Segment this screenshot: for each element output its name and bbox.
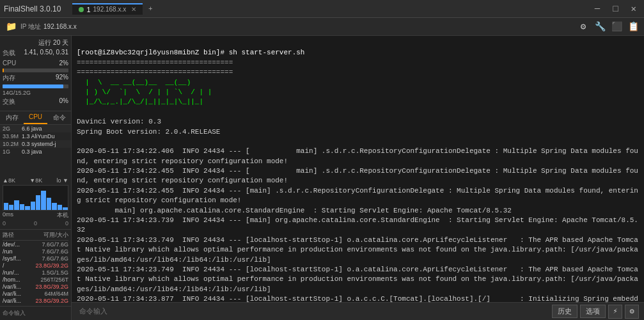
sidebar-tab-cpu[interactable]: CPU — [24, 111, 47, 124]
bar-4 — [20, 204, 24, 211]
separator-2: ===================================== — [77, 68, 233, 76]
fs-path-6: /hom... — [3, 276, 24, 283]
toolbar: 📁 IP 地址 192.168.x.x ⚙ 🔧 ⬛ 📋 — [0, 18, 644, 36]
minimize-button[interactable]: ─ — [591, 3, 604, 15]
command-input-area: 命令输入 — [0, 306, 71, 320]
bar-3 — [14, 200, 19, 210]
toolbar-icon-1[interactable]: ⚙ — [576, 20, 590, 34]
log-6: 2020-05-11 17:34:23.749 INFO 24434 --- [… — [77, 236, 638, 264]
fs-path-2: /run — [3, 248, 24, 255]
fs-path-7: /var/li... — [3, 284, 24, 290]
folder-icon[interactable]: 📁 — [4, 20, 18, 34]
fs-col-size: 可用/大小 — [24, 231, 68, 239]
chart-label-up: ▲8K — [3, 177, 15, 184]
load-row: 负载 1.41, 0.50, 0.31 — [3, 49, 68, 58]
log-1: 2020-05-11 17:34:22.406 INFO 24434 --- [… — [77, 147, 638, 164]
chart-bars — [3, 185, 68, 211]
chart-labels: ▲8K ▼8K lo ▼ — [3, 177, 68, 184]
bar-2 — [9, 205, 13, 210]
log-2: 2020-05-11 17:34:22.455 INFO 24434 --- [… — [77, 167, 638, 184]
swap-label: 交换 — [3, 97, 15, 106]
mem-label: 内存 — [3, 74, 15, 83]
main-layout: 运行 20 天 负载 1.41, 0.50, 0.31 CPU 2% 内存 92… — [0, 36, 644, 320]
proc-mem-3: 10.2M — [3, 141, 22, 147]
fs-row-7: /var/li... 23.8G/39.2G — [3, 284, 68, 290]
system-stats: 运行 20 天 负载 1.41, 0.50, 0.31 CPU 2% 内存 92… — [0, 36, 71, 111]
swap-row: 交换 0% — [3, 97, 68, 107]
titlebar-tabs: 1 192.168.x.x ✕ + — [72, 2, 157, 16]
chart-bottom-labels: 0ms 本机 — [3, 211, 68, 220]
mem-detail: 14G/15.2G — [3, 90, 31, 96]
fs-size-2: 7.6G/7.6G — [24, 248, 68, 255]
sidebar-tab-memory[interactable]: 内存 — [0, 111, 24, 124]
fs-col-path: 路径 — [3, 231, 24, 239]
fs-row-2: /run 7.6G/7.6G — [3, 248, 68, 255]
fs-size-8: 64M/64M — [24, 291, 68, 297]
log-3: 2020-05-11 17:34:22.455 INFO 24434 --- [… — [77, 187, 638, 204]
bar-11 — [58, 205, 62, 210]
fs-path-5: /run/... — [3, 269, 24, 276]
fs-path-9: /var/li... — [3, 298, 24, 304]
fs-row-5: /run/... 1.5G/1.5G — [3, 269, 68, 276]
load-value: 1.41, 0.50, 0.31 — [24, 49, 68, 58]
toolbar-icon-3[interactable]: ⬛ — [609, 20, 624, 34]
mem-progress-bar — [3, 84, 68, 88]
maximize-button[interactable]: □ — [609, 3, 622, 15]
mem-progress-fill — [3, 84, 63, 88]
tab-host: 192.168.x.x — [93, 6, 127, 13]
fs-size-4: 23.8G/39.2G — [24, 262, 68, 269]
fs-size-5: 1.5G/1.5G — [24, 269, 68, 276]
ip-value: 192.168.x.x — [43, 23, 77, 30]
titlebar-right: ─ □ ✕ — [591, 2, 640, 15]
settings-icon-2[interactable]: ⚙ — [625, 305, 639, 319]
session-tab-1[interactable]: 1 192.168.x.x ✕ — [72, 3, 143, 15]
fs-header: 路径 可用/大小 — [3, 231, 68, 241]
filesystem-section: 路径 可用/大小 /dev/... 7.6G/7.6G /run 7.6G/7.… — [0, 230, 71, 306]
fs-row-9: /var/li... 23.8G/39.2G — [3, 298, 68, 304]
terminal-content[interactable]: [root@iZ8vbc32qrjl6yusn8mibnZ bin]# sh s… — [72, 36, 644, 302]
proc-name-4: 0.3 java — [22, 148, 68, 155]
bar-9 — [47, 198, 51, 210]
terminal-bottom-bar: 历史 选项 ⚡ ⚙ — [72, 302, 644, 320]
fs-size-3: 7.6G/7.6G — [24, 255, 68, 262]
fs-size-9: 23.8G/39.2G — [24, 298, 68, 304]
toolbar-icon-4[interactable]: 📋 — [626, 20, 640, 34]
fs-path-1: /dev/... — [3, 241, 24, 248]
proc-mem-4: 1G — [3, 148, 22, 155]
mem-row: 内存 92% — [3, 74, 68, 83]
uptime-row: 运行 20 天 — [3, 38, 68, 47]
terminal-input[interactable] — [77, 307, 549, 317]
bar-7 — [36, 195, 40, 210]
fs-row-3: /sys/f... 7.6G/7.6G — [3, 255, 68, 262]
app-title: FinalShell 3.0.10 — [4, 4, 61, 13]
terminal-input-area[interactable] — [77, 307, 549, 317]
version-info: Davinci version: 0.3 — [77, 118, 161, 125]
chart-latency: 0ms — [3, 211, 13, 220]
banner-line-3: |_/\_,_.|_/\_/|_||_|_|\_||_| — [77, 98, 203, 106]
chart-label-down: ▼8K — [29, 177, 42, 184]
fs-row-4: / 23.8G/39.2G — [3, 262, 68, 269]
fs-path-3: /sys/f... — [3, 255, 24, 262]
tab-close-icon[interactable]: ✕ — [131, 6, 136, 13]
history-button[interactable]: 历史 — [552, 305, 577, 318]
command-input-label: 命令输入 — [3, 310, 26, 316]
separator-1: ===================================== — [77, 59, 233, 67]
process-table: 2G 6.6 java 33.9M 1.3 AliYunDu 10.2M 0.3… — [0, 125, 71, 175]
sidebar-tab-command[interactable]: 命令 — [47, 111, 71, 124]
connection-indicator — [79, 7, 84, 12]
close-button[interactable]: ✕ — [627, 2, 640, 15]
log-8: 2020-05-11 17:34:23.877 INFO 24434 --- [… — [77, 295, 638, 302]
proc-name-1: 6.6 java — [22, 125, 68, 132]
log-7: 2020-05-11 17:34:23.749 INFO 24434 --- [… — [77, 266, 638, 293]
new-tab-button[interactable]: + — [144, 2, 157, 16]
bar-1 — [4, 203, 8, 210]
toolbar-icon-2[interactable]: 🔧 — [593, 20, 607, 34]
proc-row-4: 1G 0.3 java — [0, 148, 71, 156]
lightning-icon[interactable]: ⚡ — [608, 305, 622, 319]
y-val-1: 0 — [3, 220, 6, 227]
bar-8 — [41, 191, 45, 210]
options-button[interactable]: 选项 — [580, 305, 606, 318]
bar-6 — [31, 202, 35, 210]
fs-row-6: /hom... 256T/256T — [3, 276, 68, 283]
titlebar: FinalShell 3.0.10 1 192.168.x.x ✕ + ─ □ … — [0, 0, 644, 18]
